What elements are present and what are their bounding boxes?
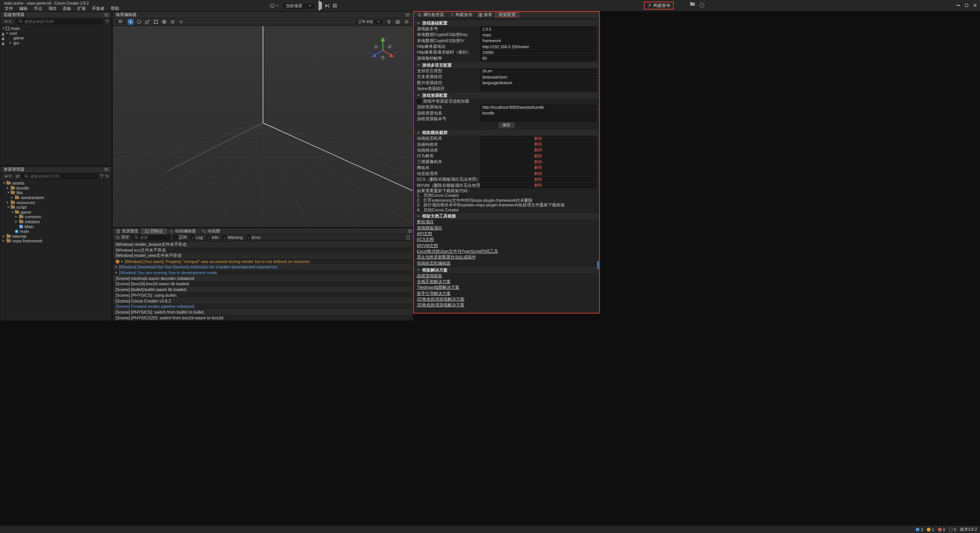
menu-item[interactable]: 项目 xyxy=(45,5,60,11)
tab-framework-config[interactable]: 框架配置 xyxy=(495,12,519,18)
console-options-icon[interactable] xyxy=(407,235,410,239)
menu-item[interactable]: 节点 xyxy=(31,5,45,11)
delete-button[interactable]: 删除 xyxy=(534,183,542,188)
tree-item[interactable]: resources xyxy=(0,200,111,205)
log-row[interactable]: [Scene] Forward render pipeline initiali… xyxy=(113,304,412,309)
tree-item[interactable]: root xyxy=(0,31,111,36)
checkbox[interactable] xyxy=(417,100,421,103)
log-row[interactable]: [Scene] [PHYSICS2D]: switch from box2d-w… xyxy=(113,315,412,320)
expand-caret[interactable] xyxy=(6,33,10,34)
tree-item[interactable]: script xyxy=(0,205,111,210)
tree-item[interactable]: initialize xyxy=(0,219,111,224)
panel-menu-icon[interactable] xyxy=(405,13,410,16)
warning-counter[interactable]: 1 xyxy=(927,527,934,532)
delete-button[interactable]: 删除 xyxy=(534,171,542,177)
menu-item[interactable]: 文件 xyxy=(2,5,16,11)
refresh-icon[interactable]: ↻ xyxy=(106,174,109,178)
assets-search-input[interactable] xyxy=(30,174,95,178)
snap-grid-icon[interactable] xyxy=(170,19,176,25)
config-input[interactable] xyxy=(480,111,596,116)
config-input[interactable] xyxy=(480,74,596,79)
device-preview-select[interactable] xyxy=(270,3,279,8)
doc-link[interactable]: 原生包热更新配置自动生成插件 xyxy=(417,254,476,260)
tab-service[interactable]: 服务 xyxy=(475,12,495,18)
doc-link[interactable]: Tiledmap地图解决方案 xyxy=(417,284,459,290)
section-header[interactable]: 游戏多语言配置 xyxy=(414,62,599,68)
config-input[interactable] xyxy=(480,38,596,43)
log-row[interactable]: ![Window] [Vue warn]: Property "onInput"… xyxy=(113,258,412,264)
expand-caret[interactable] xyxy=(11,211,15,213)
doc-link[interactable]: 教程项目 xyxy=(417,219,434,225)
tab-console[interactable]: 控制台 xyxy=(142,229,167,234)
menu-item[interactable]: 开发者 xyxy=(89,5,108,11)
step-button[interactable] xyxy=(325,4,329,8)
expand-caret[interactable] xyxy=(15,215,19,218)
delete-button[interactable]: 删除 xyxy=(534,142,542,147)
expand-caret[interactable] xyxy=(7,206,11,208)
section-header[interactable]: 框架解决方案 xyxy=(414,267,599,273)
tree-item[interactable]: common xyxy=(0,214,111,219)
scene-viewport[interactable]: Y X Z xyxy=(113,26,413,227)
save-button[interactable]: 保存 xyxy=(498,122,515,129)
tab-animation-editor[interactable]: 动画编辑器 xyxy=(167,228,199,234)
doc-link[interactable]: 2D角色扮演游戏解决方案 xyxy=(417,296,464,302)
log-row[interactable]: [Scene] [box2d]:box2d wasm lib loaded. xyxy=(113,281,412,287)
message-counter[interactable]: 3 xyxy=(916,527,923,532)
tab-asset-preview[interactable]: 资源预览 xyxy=(113,228,142,234)
expand-caret[interactable] xyxy=(2,28,6,29)
console-filter[interactable]: Info xyxy=(207,235,219,240)
config-input[interactable] xyxy=(480,32,596,37)
tab-property-inspector[interactable]: 属性检查器 xyxy=(415,12,447,18)
delete-button[interactable]: 删除 xyxy=(534,136,542,141)
tree-item[interactable]: gui xyxy=(0,41,111,46)
checkbox[interactable] xyxy=(191,235,194,239)
tree-item[interactable]: libs xyxy=(0,190,111,195)
section-header[interactable]: 框架文档工具链接 xyxy=(414,213,599,219)
notice-counter[interactable]: 0 xyxy=(949,527,956,532)
rect-tool-icon[interactable] xyxy=(153,19,159,25)
checkbox[interactable] xyxy=(222,235,226,239)
log-row[interactable]: [Scene] meshopt wasm decoder initialized xyxy=(113,275,412,281)
error-counter[interactable]: 0 xyxy=(938,527,945,532)
add-node-button[interactable]: + xyxy=(3,19,14,24)
build-publish-button[interactable]: 构建发布 xyxy=(644,2,674,10)
config-input[interactable] xyxy=(480,105,596,110)
expand-caret[interactable] xyxy=(116,271,117,274)
log-row[interactable]: [Window] ecs文件夹不存在 xyxy=(113,247,412,253)
doc-link[interactable]: ECS文档 xyxy=(417,237,434,242)
log-row[interactable]: [Window] model_view文件夹不存在 xyxy=(113,253,412,258)
expand-caret[interactable] xyxy=(121,260,123,263)
doc-link[interactable]: Excel格式转Json文件与TypeScript代码工具 xyxy=(417,249,498,254)
delete-button[interactable]: 删除 xyxy=(534,147,542,153)
settings-gear-icon[interactable] xyxy=(403,19,410,25)
move-tool-icon[interactable] xyxy=(127,19,134,25)
dimension-toggle-button[interactable]: 3D xyxy=(116,19,125,25)
expand-caret[interactable] xyxy=(3,182,7,184)
doc-link[interactable]: API文档 xyxy=(417,231,432,237)
minimize-button[interactable] xyxy=(954,2,962,9)
tree-item[interactable]: TSMain xyxy=(0,224,111,229)
expand-caret[interactable] xyxy=(3,239,7,242)
log-row[interactable]: [Window] You are running Vue in developm… xyxy=(113,270,412,276)
doc-link[interactable]: 游戏模板项目 xyxy=(417,225,442,231)
config-input[interactable] xyxy=(480,44,596,49)
config-input[interactable] xyxy=(480,116,596,121)
config-input[interactable] xyxy=(480,69,596,74)
checkbox[interactable] xyxy=(207,235,211,239)
menu-item[interactable]: 编辑 xyxy=(16,5,31,11)
tree-item[interactable]: internal xyxy=(0,234,111,239)
doc-link[interactable]: 新手引导解决方案 xyxy=(417,291,451,296)
doc-link[interactable]: 战棋游戏框架 xyxy=(417,273,442,279)
panel-menu-icon[interactable] xyxy=(104,168,108,171)
expand-caret[interactable] xyxy=(7,192,11,193)
tree-item[interactable]: oops-framework xyxy=(0,239,111,244)
tree-item[interactable]: seedrandom xyxy=(0,195,111,200)
doc-link[interactable]: MVVM文档 xyxy=(417,243,438,249)
console-filter[interactable]: 正则 xyxy=(173,235,187,240)
menu-item[interactable]: 扩展 xyxy=(74,5,89,11)
expand-caret[interactable] xyxy=(10,41,13,44)
log-row[interactable]: [Scene] [PHYSICS]: using builtin. xyxy=(113,292,412,298)
section-header[interactable]: 游戏资源配置 xyxy=(414,93,599,98)
expand-caret[interactable] xyxy=(15,220,19,223)
scrollbar-thumb[interactable] xyxy=(597,261,599,269)
